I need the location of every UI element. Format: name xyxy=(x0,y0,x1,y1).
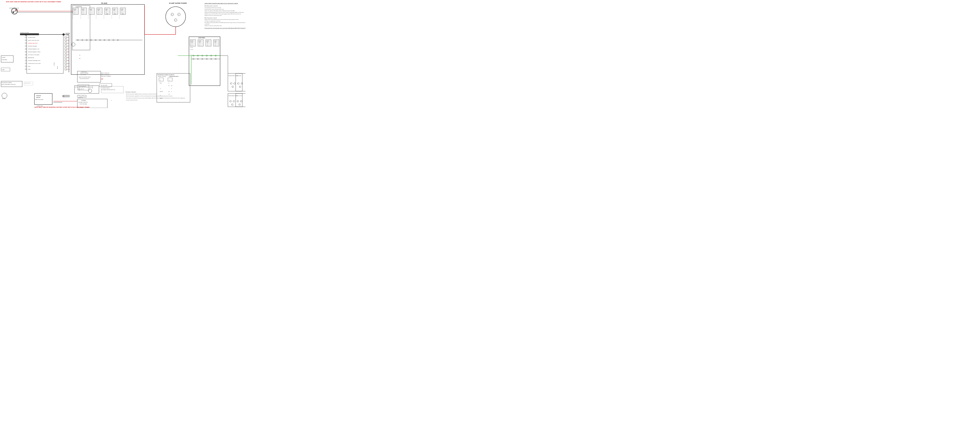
wiring-diagram: NOTE: MUST TURN OFF INVERTER & BATTERY C… xyxy=(0,0,245,108)
svg-text:INTERIOR USB FRONT: INTERIOR USB FRONT xyxy=(28,43,38,44)
svg-text:CB4: CB4 xyxy=(98,10,99,11)
inverter-label: VERTAMAX xyxy=(81,100,86,101)
svg-text:20A: 20A xyxy=(65,69,67,70)
svg-text:That will feed CB2, Converter : That will feed CB2, Converter and power … xyxy=(205,9,224,10)
alternator-label: Alternator xyxy=(2,98,6,99)
svg-text:G: G xyxy=(91,14,91,14)
converter-label: CONVERTER xyxy=(76,6,82,8)
svg-text:G: G xyxy=(103,18,104,19)
svg-text:20A: 20A xyxy=(65,51,67,53)
svg-rect-6 xyxy=(20,33,39,35)
svg-text:GEN: GEN xyxy=(160,83,162,84)
svg-text:NO: NO xyxy=(169,91,170,92)
svg-text:SECONDARY INVERTER ON/OFF SW: SECONDARY INVERTER ON/OFF SW xyxy=(101,89,115,90)
svg-text:G: G xyxy=(175,19,176,21)
svg-text:G: G xyxy=(207,45,208,46)
svg-text:Voltage to CB1 is removed whic: Voltage to CB1 is removed which removes … xyxy=(205,19,239,20)
svg-text:NO: NO xyxy=(171,85,172,86)
svg-text:SINGLE POLE DOUBLE THROW: SINGLE POLE DOUBLE THROW xyxy=(79,77,91,78)
svg-text:20A: 20A xyxy=(65,63,67,64)
tongue-box-label: TONGUE BOX xyxy=(236,75,242,76)
svg-text:G: G xyxy=(119,18,120,19)
svg-text:G: G xyxy=(111,18,112,19)
svg-text:G: G xyxy=(80,54,80,56)
svg-text:FROM FUSE #9: FROM FUSE #9 xyxy=(81,72,87,73)
svg-text:Voltage is also applied to CB4: Voltage is also applied to CB4 supplying… xyxy=(205,10,235,11)
svg-text:- If shore power returns while: - If shore power returns while the Gen p… xyxy=(126,98,185,99)
svg-text:Voltage then travels to the ou: Voltage then travels to the outlets with… xyxy=(205,26,222,26)
svg-text:GALLEY USB & LED LIGHT: GALLEY USB & LED LIGHT xyxy=(28,40,39,41)
svg-text:The battery now supplies power: The battery now supplies power to the DC… xyxy=(205,21,221,22)
svg-text:FREE: FREE xyxy=(28,66,30,67)
svg-text:& MPPT SOLAR PANEL CONTROLLER: & MPPT SOLAR PANEL CONTROLLER xyxy=(2,84,16,85)
svg-text:LED CONTROLLER: LED CONTROLLER xyxy=(79,86,86,87)
svg-text:LIGHT CIRCUIT: LIGHT CIRCUIT xyxy=(81,74,86,75)
svg-text:SOLAR PANEL: SOLAR PANEL xyxy=(2,59,7,60)
led-strip-label: LED LIGHT STRIP xyxy=(101,85,107,86)
svg-text:H: H xyxy=(178,14,179,15)
svg-text:G: G xyxy=(232,86,233,88)
svg-text:15 AMP: 15 AMP xyxy=(121,9,123,10)
svg-text:20 AMP: 20 AMP xyxy=(191,41,193,41)
svg-text:Temperature Sensor: Temperature Sensor xyxy=(24,83,30,84)
svg-text:12V ARB FRIDGE: 12V ARB FRIDGE xyxy=(28,37,35,38)
svg-text:30 AMP: 30 AMP xyxy=(2,69,5,70)
svg-text:20A: 20A xyxy=(65,48,67,49)
svg-point-315 xyxy=(13,11,14,13)
svg-text:N: N xyxy=(172,14,172,15)
svg-text:FREE: FREE xyxy=(28,69,30,70)
svg-text:20A: 20A xyxy=(65,54,67,56)
svg-text:Voltage then goes to the 20 am: Voltage then goes to the 20 amp CB5 on t… xyxy=(205,14,241,14)
svg-text:G: G xyxy=(88,18,89,19)
svg-text:MODEL: S110510V: MODEL: S110510V xyxy=(158,76,166,77)
svg-text:G: G xyxy=(239,86,240,88)
svg-text:FREE: FREE xyxy=(114,14,116,14)
svg-text:G: G xyxy=(83,14,83,14)
svg-text:FREE: FREE xyxy=(106,14,108,14)
svg-text:20A: 20A xyxy=(65,46,67,47)
svg-text:G: G xyxy=(96,18,97,19)
svg-text:15 AMP: 15 AMP xyxy=(198,41,201,41)
svg-text:CB6: CB6 xyxy=(113,10,115,11)
svg-text:CB5: CB5 xyxy=(191,42,193,43)
fuse-150a-label: 150 AMP FUSE xyxy=(78,97,83,98)
svg-text:20A: 20A xyxy=(65,60,67,61)
desc-title: Description of Operation xyxy=(126,91,136,92)
svg-text:W: W xyxy=(92,88,93,89)
svg-text:20AMP: 20AMP xyxy=(89,9,92,10)
svg-text:CB7: CB7 xyxy=(121,10,123,11)
svg-text:PASS SIDE OF TEARDROP: PASS SIDE OF TEARDROP xyxy=(101,76,111,77)
svg-text:20A: 20A xyxy=(65,57,67,58)
svg-text:H: H xyxy=(160,80,161,81)
voltage-label: 30V 2A xyxy=(57,66,58,69)
svg-text:When Shore power is connected: When Shore power is connected xyxy=(205,6,218,6)
svg-point-318 xyxy=(62,33,65,36)
svg-text:SHORE: SHORE xyxy=(160,91,163,92)
svg-text:20A: 20A xyxy=(65,66,67,67)
svg-text:30 AMP: 30 AMP xyxy=(73,9,76,10)
svg-text:G G G G: G G G G xyxy=(190,49,193,50)
shore-info-title: SHORE POWER & INVERTER USING SAME OUTLET… xyxy=(205,3,238,4)
svg-text:30A: 30A xyxy=(65,37,67,38)
svg-text:MAXXAIR FAN: MAXXAIR FAN xyxy=(28,57,34,58)
svg-text:12V: 12V xyxy=(101,78,103,80)
svg-text:G: G xyxy=(98,14,99,14)
svg-text:ON/OFF FROM DR OR: ON/OFF FROM DR OR xyxy=(101,74,110,75)
svg-text:G: G xyxy=(239,104,240,105)
svg-text:CB6: CB6 xyxy=(199,42,200,43)
svg-text:G: G xyxy=(75,14,75,14)
svg-text:H H H H: H H H H xyxy=(190,47,193,48)
svg-text:CB8: CB8 xyxy=(215,42,216,43)
svg-text:FREE: FREE xyxy=(122,14,124,14)
ats-title: PROGRESSIVE DYNAMICS 30-AMP ATS xyxy=(158,74,174,75)
battery-label: TEARDROP xyxy=(36,95,41,96)
svg-text:Voltage hits the NO (Normally : Voltage hits the NO (Normally Open) cont… xyxy=(205,12,244,13)
shore-power-title: 30 AMP SHORE POWER xyxy=(169,2,187,4)
dc-bus-label: DC BUS xyxy=(65,33,70,34)
svg-text:G: G xyxy=(80,18,81,19)
overhead-label: INTERIOR OVERHEAD xyxy=(80,73,89,73)
svg-text:EXT PORCH LT DR & PASS: EXT PORCH LT DR & PASS xyxy=(28,54,39,56)
svg-text:Now voltage can pass through t: Now voltage can pass through the ATS via… xyxy=(205,22,245,23)
sub-panel-title: SUB PANEL xyxy=(198,37,205,38)
svg-text:-: - xyxy=(73,44,73,46)
